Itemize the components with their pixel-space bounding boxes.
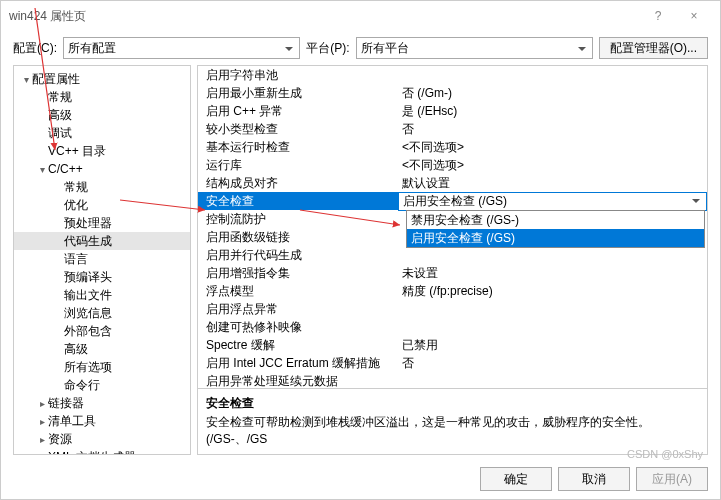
tree-item[interactable]: 调试 xyxy=(14,124,190,142)
property-value[interactable]: 否 xyxy=(398,355,707,372)
tree-item-label: 调试 xyxy=(48,125,72,142)
platform-combo[interactable]: 所有平台 xyxy=(356,37,593,59)
tree-item[interactable]: 预处理器 xyxy=(14,214,190,232)
tree-item-label: 配置属性 xyxy=(32,71,80,88)
tree-expand-icon[interactable]: ▸ xyxy=(36,398,48,409)
tree-expand-icon[interactable]: ▾ xyxy=(36,164,48,175)
property-key: 创建可热修补映像 xyxy=(198,319,398,336)
value-dropdown[interactable]: 禁用安全检查 (/GS-)启用安全检查 (/GS) xyxy=(406,210,705,248)
tree-item-label: 高级 xyxy=(48,107,72,124)
body: ▾配置属性常规高级调试VC++ 目录▾C/C++常规优化预处理器代码生成语言预编… xyxy=(1,65,720,459)
close-button[interactable]: × xyxy=(676,2,712,30)
tree-item-label: 所有选项 xyxy=(64,359,112,376)
property-row[interactable]: 启用并行代码生成 xyxy=(198,246,707,264)
property-key: 启用 C++ 异常 xyxy=(198,103,398,120)
property-value[interactable]: 已禁用 xyxy=(398,337,707,354)
property-key: 启用增强指令集 xyxy=(198,265,398,282)
property-key: 运行库 xyxy=(198,157,398,174)
property-row[interactable]: Spectre 缓解已禁用 xyxy=(198,336,707,354)
property-key: 结构成员对齐 xyxy=(198,175,398,192)
property-row[interactable]: 结构成员对齐默认设置 xyxy=(198,174,707,192)
config-combo[interactable]: 所有配置 xyxy=(63,37,300,59)
tree-item[interactable]: ▸清单工具 xyxy=(14,412,190,430)
tree-item[interactable]: 浏览信息 xyxy=(14,304,190,322)
property-key: 启用 Intel JCC Erratum 缓解措施 xyxy=(198,355,398,372)
property-row[interactable]: 安全检查启用安全检查 (/GS) xyxy=(198,192,707,210)
property-panel: 启用字符串池启用最小重新生成否 (/Gm-)启用 C++ 异常是 (/EHsc)… xyxy=(197,65,708,455)
tree-item-label: XML 文档生成器 xyxy=(48,449,136,456)
property-key: 安全检查 xyxy=(198,193,398,210)
tree-item[interactable]: ▸XML 文档生成器 xyxy=(14,448,190,455)
tree-expand-icon[interactable]: ▾ xyxy=(20,74,32,85)
tree-expand-icon[interactable]: ▸ xyxy=(36,416,48,427)
property-value[interactable]: 未设置 xyxy=(398,265,707,282)
property-value[interactable]: 否 (/Gm-) xyxy=(398,85,707,102)
cancel-button[interactable]: 取消 xyxy=(558,467,630,491)
tree-item[interactable]: 命令行 xyxy=(14,376,190,394)
config-label: 配置(C): xyxy=(13,40,57,57)
property-row[interactable]: 启用 C++ 异常是 (/EHsc) xyxy=(198,102,707,120)
tree-expand-icon[interactable]: ▸ xyxy=(36,434,48,445)
tree-item[interactable]: 常规 xyxy=(14,88,190,106)
property-row[interactable]: 运行库<不同选项> xyxy=(198,156,707,174)
description-text: 安全检查可帮助检测到堆栈缓冲区溢出，这是一种常见的攻击，威胁程序的安全性。(/G… xyxy=(206,414,699,448)
tree-item[interactable]: 输出文件 xyxy=(14,286,190,304)
tree-item-label: 优化 xyxy=(64,197,88,214)
property-grid[interactable]: 启用字符串池启用最小重新生成否 (/Gm-)启用 C++ 异常是 (/EHsc)… xyxy=(198,66,707,388)
ok-button[interactable]: 确定 xyxy=(480,467,552,491)
property-row[interactable]: 启用浮点异常 xyxy=(198,300,707,318)
tree-item[interactable]: 代码生成 xyxy=(14,232,190,250)
tree-item-label: VC++ 目录 xyxy=(48,143,106,160)
property-key: 浮点模型 xyxy=(198,283,398,300)
property-value[interactable]: 启用安全检查 (/GS) xyxy=(398,192,707,211)
apply-button[interactable]: 应用(A) xyxy=(636,467,708,491)
nav-tree[interactable]: ▾配置属性常规高级调试VC++ 目录▾C/C++常规优化预处理器代码生成语言预编… xyxy=(13,65,191,455)
tree-item-label: 链接器 xyxy=(48,395,84,412)
property-value[interactable]: <不同选项> xyxy=(398,157,707,174)
dropdown-option[interactable]: 启用安全检查 (/GS) xyxy=(407,229,704,247)
window-title: win424 属性页 xyxy=(9,8,640,25)
tree-item[interactable]: ▾C/C++ xyxy=(14,160,190,178)
tree-item[interactable]: 语言 xyxy=(14,250,190,268)
property-row[interactable]: 创建可热修补映像 xyxy=(198,318,707,336)
property-value[interactable]: <不同选项> xyxy=(398,139,707,156)
property-key: 启用最小重新生成 xyxy=(198,85,398,102)
dropdown-option[interactable]: 禁用安全检查 (/GS-) xyxy=(407,211,704,229)
tree-item[interactable]: 高级 xyxy=(14,106,190,124)
tree-item[interactable]: ▸链接器 xyxy=(14,394,190,412)
property-row[interactable]: 启用字符串池 xyxy=(198,66,707,84)
tree-expand-icon[interactable]: ▸ xyxy=(36,452,48,456)
tree-item-label: 命令行 xyxy=(64,377,100,394)
property-row[interactable]: 基本运行时检查<不同选项> xyxy=(198,138,707,156)
titlebar: win424 属性页 ? × xyxy=(1,1,720,31)
tree-item[interactable]: 高级 xyxy=(14,340,190,358)
tree-item[interactable]: ▸资源 xyxy=(14,430,190,448)
property-row[interactable]: 启用异常处理延续元数据 xyxy=(198,372,707,388)
property-key: 控制流防护 xyxy=(198,211,398,228)
tree-item[interactable]: 预编译头 xyxy=(14,268,190,286)
property-value[interactable]: 是 (/EHsc) xyxy=(398,103,707,120)
property-value[interactable]: 默认设置 xyxy=(398,175,707,192)
tree-item[interactable]: 优化 xyxy=(14,196,190,214)
property-value[interactable]: 否 xyxy=(398,121,707,138)
property-value[interactable]: 精度 (/fp:precise) xyxy=(398,283,707,300)
tree-item[interactable]: VC++ 目录 xyxy=(14,142,190,160)
property-key: 启用并行代码生成 xyxy=(198,247,398,264)
help-button[interactable]: ? xyxy=(640,2,676,30)
footer: 确定 取消 应用(A) xyxy=(1,459,720,499)
property-row[interactable]: 启用增强指令集未设置 xyxy=(198,264,707,282)
tree-item-label: 常规 xyxy=(48,89,72,106)
property-row[interactable]: 浮点模型精度 (/fp:precise) xyxy=(198,282,707,300)
tree-item[interactable]: 所有选项 xyxy=(14,358,190,376)
config-manager-button[interactable]: 配置管理器(O)... xyxy=(599,37,708,59)
property-key: 较小类型检查 xyxy=(198,121,398,138)
tree-item[interactable]: 外部包含 xyxy=(14,322,190,340)
tree-item[interactable]: 常规 xyxy=(14,178,190,196)
property-row[interactable]: 较小类型检查否 xyxy=(198,120,707,138)
property-row[interactable]: 启用最小重新生成否 (/Gm-) xyxy=(198,84,707,102)
property-row[interactable]: 启用 Intel JCC Erratum 缓解措施否 xyxy=(198,354,707,372)
tree-item[interactable]: ▾配置属性 xyxy=(14,70,190,88)
tree-item-label: 外部包含 xyxy=(64,323,112,340)
description-panel: 安全检查 安全检查可帮助检测到堆栈缓冲区溢出，这是一种常见的攻击，威胁程序的安全… xyxy=(198,388,707,454)
tree-item-label: 常规 xyxy=(64,179,88,196)
